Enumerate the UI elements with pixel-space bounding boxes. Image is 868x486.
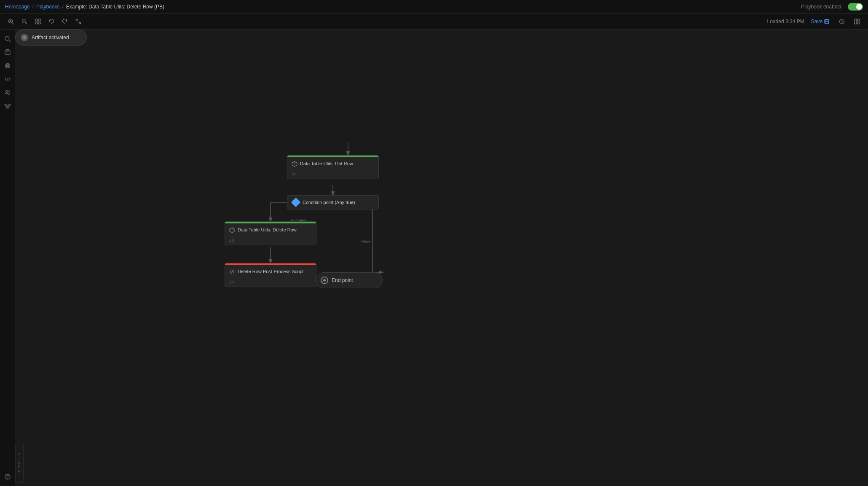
save-button[interactable]: Save	[808, 17, 833, 26]
breadcrumb: Homepage / Playbooks / Example: Data Tab…	[5, 4, 164, 10]
svg-rect-30	[6, 107, 8, 108]
svg-point-45	[323, 279, 326, 282]
sidebar-icon-code[interactable]	[2, 73, 13, 85]
node-endpoint[interactable]: End point	[315, 272, 383, 288]
playbook-enabled-toggle[interactable]	[848, 3, 863, 11]
svg-rect-29	[8, 104, 11, 105]
svg-line-1	[12, 22, 14, 24]
post-process-content: Delete Row Post-Process Script	[225, 265, 316, 279]
node-get-row[interactable]: Data Table Utils: Get Row #1	[287, 155, 379, 179]
svg-rect-17	[857, 22, 860, 24]
undo-button[interactable]	[46, 16, 57, 27]
get-row-content: Data Table Utils: Get Row	[287, 157, 378, 172]
svg-rect-12	[825, 19, 828, 21]
history-button[interactable]	[836, 16, 848, 27]
flow-connectors	[15, 30, 868, 486]
post-process-num: #4	[225, 279, 316, 287]
canvas-area[interactable]: Artifact activated Data Table Utils: Get…	[15, 30, 868, 486]
toolbar: Loaded 3:34 PM Save	[0, 13, 868, 30]
else-edge-label: Else	[362, 239, 370, 244]
zoom-in-button[interactable]	[5, 16, 17, 27]
svg-point-27	[8, 91, 10, 92]
loaded-label: Loaded 3:34 PM	[767, 19, 804, 24]
svg-rect-28	[5, 104, 7, 105]
sidebar-icon-cases[interactable]	[2, 46, 13, 58]
zoom-out-button[interactable]	[19, 16, 30, 27]
svg-line-25	[7, 78, 8, 81]
svg-point-26	[5, 91, 8, 93]
sidebar-icon-flows[interactable]	[2, 100, 13, 112]
svg-line-19	[9, 40, 11, 42]
version-badge: DEMO 1.0	[15, 444, 24, 483]
top-bar-right: Playbook enabled:	[801, 3, 863, 11]
node-artifact-activated[interactable]: Artifact activated	[15, 30, 87, 46]
svg-rect-10	[38, 22, 40, 24]
svg-rect-7	[35, 19, 38, 21]
svg-point-37	[7, 478, 8, 479]
toolbar-left	[5, 16, 84, 27]
node-delete-row[interactable]: Data Table Utils: Delete Row #3	[225, 221, 316, 245]
fit-button[interactable]	[32, 16, 44, 27]
sidebar-icon-search[interactable]	[2, 33, 13, 45]
svg-rect-16	[857, 19, 860, 21]
sidebar-icon-users[interactable]	[2, 87, 13, 99]
main-layout: Artifact activated Data Table Utils: Get…	[0, 30, 868, 486]
breadcrumb-home[interactable]: Homepage	[5, 4, 30, 10]
svg-rect-13	[825, 21, 828, 23]
top-bar: Homepage / Playbooks / Example: Data Tab…	[0, 0, 868, 13]
node-condition[interactable]: Condition point (Any true)	[287, 195, 379, 209]
get-row-label: Data Table Utils: Get Row	[300, 161, 353, 166]
svg-rect-8	[38, 19, 40, 21]
post-process-label: Delete Row Post-Process Script	[238, 269, 304, 274]
svg-line-5	[26, 22, 27, 24]
node-post-process[interactable]: Delete Row Post-Process Script #4	[225, 263, 316, 287]
delete-row-icon	[229, 227, 235, 234]
redo-button[interactable]	[59, 16, 71, 27]
svg-rect-15	[855, 19, 857, 24]
delete-row-num: #3	[225, 238, 316, 245]
svg-rect-20	[5, 50, 10, 54]
post-process-icon	[229, 269, 235, 276]
breadcrumb-current: Example: Data Table Utils: Delete Row (P…	[66, 4, 164, 10]
toolbar-right: Loaded 3:34 PM Save	[767, 16, 863, 27]
delete-row-content: Data Table Utils: Delete Row	[225, 223, 316, 238]
sidebar	[0, 30, 15, 486]
playbook-enabled-label: Playbook enabled:	[801, 4, 843, 10]
expand-button[interactable]	[72, 16, 84, 27]
sidebar-icon-integrations[interactable]	[2, 60, 13, 72]
svg-line-44	[232, 270, 233, 274]
svg-point-43	[24, 37, 25, 38]
condition-diamond-icon	[291, 198, 301, 207]
endpoint-label: End point	[332, 277, 353, 283]
condition-label: Condition point (Any true)	[303, 200, 355, 205]
svg-rect-9	[35, 22, 38, 24]
artifact-icon	[21, 34, 28, 41]
sidebar-icon-help[interactable]	[2, 471, 13, 483]
svg-point-18	[5, 36, 9, 40]
delete-row-label: Data Table Utils: Delete Row	[238, 227, 297, 233]
breadcrumb-section[interactable]: Playbooks	[36, 4, 59, 10]
endpoint-icon	[321, 277, 328, 284]
layout-button[interactable]	[851, 16, 863, 27]
get-row-icon	[292, 161, 297, 168]
get-row-num: #1	[287, 172, 378, 179]
artifact-label: Artifact activated	[32, 35, 69, 40]
